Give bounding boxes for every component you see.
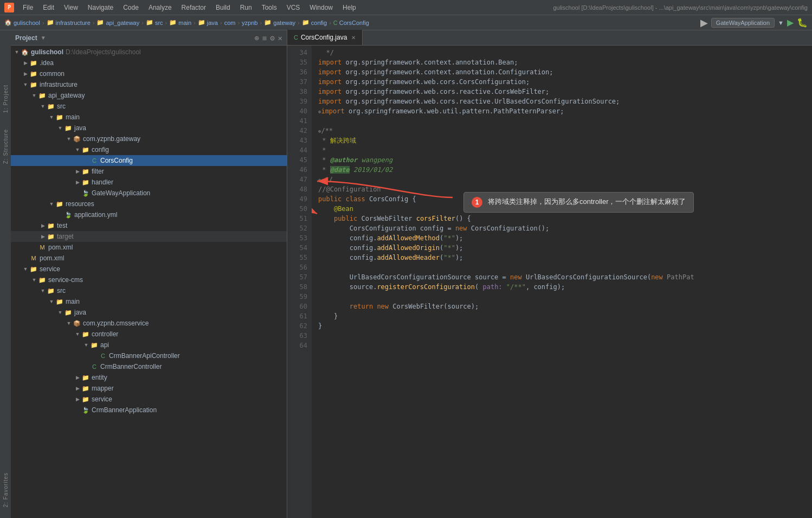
tree-item-resources[interactable]: ▼ 📁 resources bbox=[11, 199, 287, 209]
tree-item-src-cms[interactable]: ▼ 📁 src bbox=[11, 285, 287, 296]
run-button[interactable]: ▶ bbox=[787, 17, 794, 28]
menu-navigate[interactable]: Navigate bbox=[83, 3, 118, 12]
menu-window[interactable]: Window bbox=[305, 3, 337, 12]
tree-item-main[interactable]: ▼ 📁 main bbox=[11, 112, 287, 123]
code-line-37: import org.springframework.web.cors.Cors… bbox=[318, 77, 812, 87]
tree-item-pom-gateway[interactable]: M pom.xml bbox=[11, 242, 287, 253]
tree-item-controller[interactable]: ▼ 📁 controller bbox=[11, 329, 287, 340]
tree-item-crm-banner-api[interactable]: C CrmBannerApiController bbox=[11, 350, 287, 361]
tree-item-src[interactable]: ▼ 📁 src bbox=[11, 101, 287, 112]
breadcrumb-main[interactable]: 📁 main bbox=[169, 19, 191, 26]
menu-code[interactable]: Code bbox=[119, 3, 143, 12]
tree-item-pom-root[interactable]: M pom.xml bbox=[11, 253, 287, 264]
folder-icon-2: 📁 bbox=[96, 19, 104, 26]
breadcrumb-src[interactable]: 📁 src bbox=[146, 19, 163, 26]
spring-icon-crm-app: 🍃 bbox=[81, 406, 90, 414]
tree-item-application-yml[interactable]: 🍃 application.yml bbox=[11, 209, 287, 220]
menu-run[interactable]: Run bbox=[236, 3, 256, 12]
menu-build[interactable]: Build bbox=[211, 3, 235, 12]
run-config-dropdown[interactable]: ▼ bbox=[778, 20, 784, 26]
editor-tab-corsconfig[interactable]: C CorsConfig.java ✕ bbox=[287, 30, 363, 45]
tree-item-corsconfig[interactable]: C CorsConfig bbox=[11, 155, 287, 166]
menu-tools[interactable]: Tools bbox=[257, 3, 281, 12]
code-line-61: } bbox=[318, 311, 812, 321]
tree-item-main-cms[interactable]: ▼ 📁 main bbox=[11, 296, 287, 307]
breadcrumb-infrastructure[interactable]: 📁 infrastructure bbox=[47, 19, 91, 26]
tree-item-package-cms[interactable]: ▼ 📦 com.yzpnb.cmsservice bbox=[11, 318, 287, 329]
menu-file[interactable]: File bbox=[18, 3, 37, 12]
side-tab-project[interactable]: 1: Project bbox=[3, 85, 9, 113]
code-content[interactable]: */ import org.springframework.context.an… bbox=[312, 46, 812, 518]
code-line-47: ⊕ */ bbox=[318, 175, 812, 184]
code-line-34: */ bbox=[318, 48, 812, 57]
breadcrumb-bar: 🏠 gulischool › 📁 infrastructure › 📁 api_… bbox=[0, 15, 812, 30]
panel-dropdown[interactable]: ▼ bbox=[42, 35, 45, 41]
code-line-36: import org.springframework.context.annot… bbox=[318, 67, 812, 77]
tree-label-corsconfig: CorsConfig bbox=[100, 157, 133, 164]
tree-item-api[interactable]: ▼ 📁 api bbox=[11, 340, 287, 350]
breadcrumb-api-gateway[interactable]: 📁 api_gateway bbox=[96, 19, 139, 26]
menu-refactor[interactable]: Refactor bbox=[177, 3, 210, 12]
tree-label-infra: infrastructure bbox=[40, 81, 78, 88]
side-tab-structure[interactable]: Z: Structure bbox=[3, 129, 9, 164]
tree-item-java-cms[interactable]: ▼ 📁 java bbox=[11, 307, 287, 318]
tree-item-config-folder[interactable]: ▼ 📁 config bbox=[11, 144, 287, 155]
tree-item-handler[interactable]: ▶ 📁 handler bbox=[11, 177, 287, 188]
tree-item-infrastructure[interactable]: ▼ 📁 infrastructure bbox=[11, 79, 287, 90]
tree-item-package[interactable]: ▼ 📦 com.yzpnb.gateway bbox=[11, 133, 287, 144]
tree-item-filter[interactable]: ▶ 📁 filter bbox=[11, 166, 287, 177]
tree-label-java-cms: java bbox=[74, 309, 86, 316]
tree-label-pom-gateway: pom.xml bbox=[48, 244, 73, 251]
close-panel-button[interactable]: ✕ bbox=[278, 34, 282, 42]
tree-arrow-filter: ▶ bbox=[74, 168, 81, 175]
folder-icon-api: 📁 bbox=[90, 341, 99, 349]
tree-item-crm-banner[interactable]: C CrmBannerController bbox=[11, 361, 287, 372]
tree-item-mapper[interactable]: ▶ 📁 mapper bbox=[11, 383, 287, 394]
collapse-all-button[interactable]: ≡ bbox=[262, 34, 267, 42]
tree-arrow-entity: ▶ bbox=[74, 374, 81, 381]
tab-close-button[interactable]: ✕ bbox=[351, 35, 356, 41]
code-line-63 bbox=[318, 331, 812, 341]
menu-view[interactable]: View bbox=[60, 3, 82, 12]
menu-vcs[interactable]: VCS bbox=[282, 3, 305, 12]
breadcrumb-gulischool[interactable]: 🏠 gulischool bbox=[4, 19, 40, 26]
side-tab-favorites[interactable]: 2: Favorites bbox=[3, 472, 9, 507]
tree-item-test[interactable]: ▶ 📁 test bbox=[11, 220, 287, 231]
debug-button[interactable]: 🐛 bbox=[797, 17, 808, 28]
tree-item-service-cms[interactable]: ▼ 📁 service-cms bbox=[11, 274, 287, 285]
tree-label-target: target bbox=[57, 233, 74, 240]
tree-item-java[interactable]: ▼ 📁 java bbox=[11, 123, 287, 133]
tree-item-common[interactable]: ▶ 📁 common bbox=[11, 68, 287, 79]
line-numbers: 34 35 36 37 38 39 40 41 42 43 44 45 46 4… bbox=[287, 46, 312, 518]
menu-edit[interactable]: Edit bbox=[38, 3, 59, 12]
tree-item-gulischool[interactable]: ▼ 🏠 gulischool D:\IdeaProjects\gulischoo… bbox=[11, 47, 287, 57]
tree-item-target[interactable]: ▶ 📁 target bbox=[11, 231, 287, 242]
folder-icon-infra: 📁 bbox=[29, 80, 38, 89]
locate-file-button[interactable]: ⊕ bbox=[254, 34, 259, 42]
tree-arrow-pom-root bbox=[22, 254, 29, 262]
tree-label-main-cms: main bbox=[66, 298, 80, 305]
settings-button[interactable]: ⚙ bbox=[270, 34, 274, 42]
breadcrumb-java[interactable]: 📁 java bbox=[198, 19, 218, 26]
menu-analyze[interactable]: Analyze bbox=[144, 3, 176, 12]
tree-item-service[interactable]: ▼ 📁 service bbox=[11, 264, 287, 274]
tree-item-service-inner[interactable]: ▶ 📁 service bbox=[11, 394, 287, 405]
tree-item-crm-app[interactable]: 🍃 CrmBannerApplication bbox=[11, 405, 287, 415]
bubble-text: 将跨域类注释掉，因为那么多controller，一个个删注解太麻烦了 bbox=[488, 197, 686, 207]
tree-item-gateway-app[interactable]: 🍃 GateWayApplication bbox=[11, 188, 287, 199]
menu-help[interactable]: Help bbox=[338, 3, 360, 12]
tree-item-api-gateway[interactable]: ▼ 📁 api_gateway bbox=[11, 90, 287, 101]
breadcrumb-corsconfig[interactable]: C CorsConfig bbox=[333, 20, 369, 26]
tree-item-idea[interactable]: ▶ 📁 .idea bbox=[11, 57, 287, 68]
code-line-40: ⊕import org.springframework.web.util.pat… bbox=[318, 106, 812, 116]
tree-label-handler: handler bbox=[92, 178, 113, 186]
breadcrumb-com[interactable]: com bbox=[224, 20, 236, 26]
breadcrumb-gateway[interactable]: 📁 gateway bbox=[264, 19, 295, 26]
breadcrumb-yzpnb[interactable]: yzpnb bbox=[242, 20, 257, 26]
tree-item-entity[interactable]: ▶ 📁 entity bbox=[11, 372, 287, 383]
run-config-button[interactable]: GateWayApplication bbox=[711, 18, 775, 28]
tree-label-src-cms: src bbox=[57, 287, 66, 295]
tree-arrow-infra: ▼ bbox=[22, 81, 29, 88]
package-icon: 📦 bbox=[73, 135, 81, 143]
breadcrumb-config[interactable]: 📁 config bbox=[302, 19, 327, 26]
